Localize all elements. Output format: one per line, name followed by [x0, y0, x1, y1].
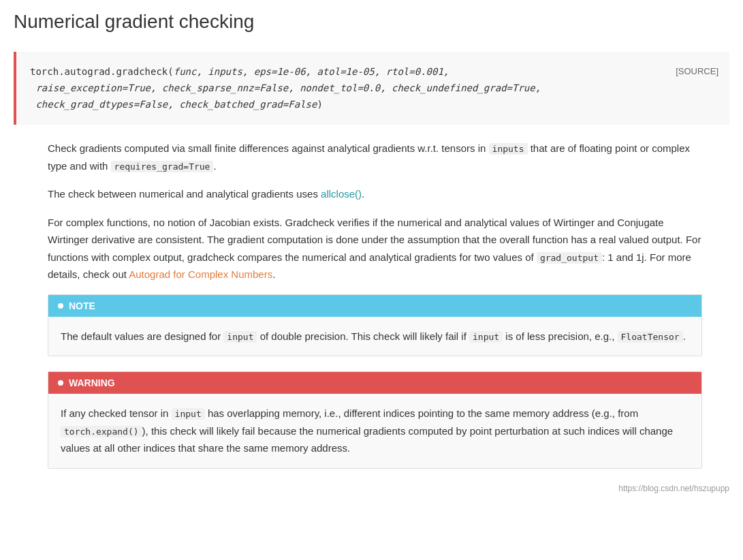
note-code-2: input — [469, 331, 503, 343]
paragraph-1: Check gradients computed via small finit… — [48, 140, 702, 174]
note-code-1: input — [223, 331, 257, 343]
watermark: https://blog.csdn.net/hszupupp — [14, 484, 729, 493]
note-header: NOTE — [48, 295, 701, 317]
paragraph-3: For complex functions, no notion of Jaco… — [48, 214, 702, 283]
p1-text-before: Check gradients computed via small finit… — [48, 142, 489, 154]
allclose-link[interactable]: allclose() — [321, 188, 362, 200]
source-link[interactable]: [SOURCE] — [676, 64, 718, 79]
warning-box: WARNING If any checked tensor in input h… — [48, 371, 702, 469]
p3-text-end: . — [272, 268, 275, 280]
p1-code-1: inputs — [489, 143, 528, 155]
content-section: Check gradients computed via small finit… — [14, 140, 729, 469]
warning-text-middle: has overlapping memory, i.e., different … — [205, 407, 638, 419]
note-title: NOTE — [69, 300, 95, 311]
signature-params: func, inputs, eps=1e-06, atol=1e-05, rto… — [30, 66, 541, 110]
warning-text-before: If any checked tensor in — [61, 407, 172, 419]
note-body: The default values are designed for inpu… — [48, 317, 701, 356]
p3-code: grad_output — [537, 252, 602, 264]
p2-text-after: . — [362, 188, 364, 200]
complex-numbers-link[interactable]: Autograd for Complex Numbers — [129, 268, 272, 280]
warning-code-1: input — [172, 408, 205, 420]
note-text-end: . — [683, 330, 686, 342]
warning-dot — [58, 380, 63, 386]
warning-title: WARNING — [69, 377, 115, 388]
warning-header: WARNING — [48, 372, 701, 394]
note-dot — [58, 303, 63, 309]
warning-body: If any checked tensor in input has overl… — [48, 394, 701, 468]
warning-text-after: ), this check will likely fail because t… — [61, 425, 673, 454]
p2-text-before: The check between numerical and analytic… — [48, 188, 321, 200]
note-box: NOTE The default values are designed for… — [48, 294, 702, 357]
page-title: Numerical gradient checking — [14, 11, 729, 38]
note-text-before: The default values are designed for — [61, 330, 223, 342]
note-text-middle: of double precision. This check will lik… — [257, 330, 469, 342]
paragraph-2: The check between numerical and analytic… — [48, 185, 702, 203]
p1-text-after: . — [213, 160, 216, 172]
warning-code-2: torch.expand() — [61, 426, 142, 437]
signature-box: torch.autograd.gradcheck(func, inputs, e… — [14, 52, 729, 125]
note-text-after: is of less precision, e.g., — [503, 330, 617, 342]
note-code-3: FloatTensor — [618, 331, 683, 343]
signature-prefix: torch.autograd.gradcheck(func, inputs, e… — [30, 66, 541, 110]
p1-code-2: requires_grad=True — [111, 161, 214, 172]
